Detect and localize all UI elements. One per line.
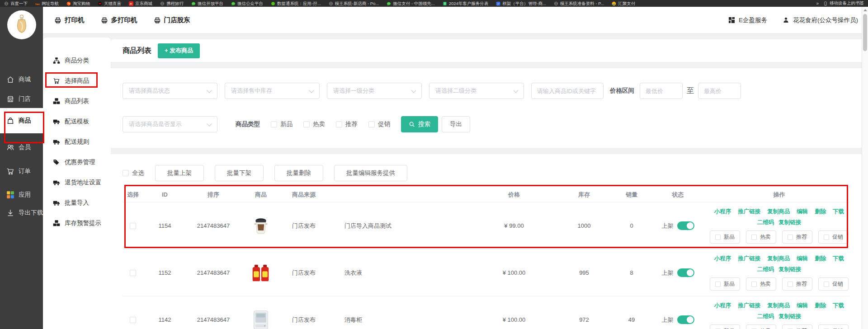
visibility-select[interactable]: 请选择商品是否显示 <box>123 116 217 132</box>
row-select-checkbox[interactable] <box>130 317 136 323</box>
export-button[interactable]: 导出 <box>442 116 470 132</box>
submenu-item[interactable]: 商品列表 <box>43 91 111 111</box>
service-menu[interactable]: E企盈服务 <box>728 16 767 24</box>
copy-url-link[interactable]: 复制链接 <box>778 313 801 320</box>
batch-action-button[interactable]: 批量删除 <box>274 165 323 181</box>
product-status-select[interactable]: 请选择商品状态 <box>123 83 217 99</box>
top-nav-item[interactable]: 打印机 <box>54 16 85 24</box>
download-link[interactable]: 下载 <box>833 208 844 216</box>
bookmark-item[interactable]: 模王系统-新店商 - Po... <box>329 0 379 7</box>
product-type-checkbox[interactable]: 新品 <box>271 120 292 128</box>
shop-logo-avatar[interactable] <box>7 10 36 39</box>
sidebar-item[interactable]: 商品 <box>0 108 43 133</box>
row-select-checkbox[interactable] <box>130 270 136 276</box>
bookmark-item[interactable]: 微信公众平台 <box>231 0 263 7</box>
tag-new-chip[interactable]: 新品 <box>710 324 740 329</box>
submenu-item[interactable]: 配送模板 <box>43 111 111 132</box>
sidebar-item[interactable]: 商城 <box>0 70 43 89</box>
product-type-checkbox[interactable]: 热卖 <box>303 120 325 128</box>
download-link[interactable]: 下载 <box>833 255 844 263</box>
vertical-scrollbar[interactable] <box>862 7 868 329</box>
bookmark-item[interactable]: 微信支付 - 中国领先... <box>387 0 434 7</box>
tag-hot-chip[interactable]: 热卖 <box>746 277 776 291</box>
user-menu[interactable]: 花花食府(公众号操作员) <box>783 16 858 24</box>
bookmark-item[interactable]: 淘宝购物 <box>66 0 90 7</box>
tag-promo-chip[interactable]: 促销 <box>818 277 849 291</box>
bookmark-item[interactable]: 数据通系统：应用-孖... <box>271 0 321 7</box>
bookmark-item[interactable]: 微信开放平台 <box>191 0 223 7</box>
bookmark-item[interactable]: 天猫直营 <box>98 0 121 7</box>
status-toggle[interactable] <box>677 268 694 277</box>
tag-new-chip[interactable]: 新品 <box>710 230 740 244</box>
scrollbar-thumb[interactable] <box>863 14 867 51</box>
tag-hot-chip[interactable]: 热卖 <box>746 324 776 329</box>
sidebar-item[interactable]: 会员 <box>0 138 43 156</box>
category2-select[interactable]: 请选择二级分类 <box>429 83 524 99</box>
category1-select[interactable]: 请选择一级分类 <box>327 83 422 99</box>
tag-promo-chip[interactable]: 促销 <box>818 324 849 329</box>
copy-product-link[interactable]: 复制商品 <box>767 255 790 263</box>
tag-recommend-chip[interactable]: 推荐 <box>782 230 812 244</box>
qrcode-link[interactable]: 二维码 <box>757 266 774 273</box>
stock-select[interactable]: 请选择售中库存 <box>225 83 320 99</box>
top-nav-item[interactable]: 多打印机 <box>101 16 137 24</box>
bookmark-item[interactable]: 2024年客户服务分表 <box>443 0 489 7</box>
sidebar-item[interactable]: 导出下载 <box>0 204 43 222</box>
sidebar-item[interactable]: 门店 <box>0 90 43 108</box>
product-type-checkbox[interactable]: 推荐 <box>336 120 358 128</box>
download-link[interactable]: 下载 <box>833 302 844 310</box>
status-toggle[interactable] <box>677 221 694 230</box>
status-toggle[interactable] <box>677 315 694 324</box>
promo-link[interactable]: 推广链接 <box>738 208 760 216</box>
sidebar-item[interactable]: 应用 <box>0 186 43 204</box>
scroll-up-arrow-icon[interactable] <box>863 9 867 11</box>
batch-action-button[interactable]: 批量编辑服务提供 <box>334 165 407 181</box>
publish-product-button[interactable]: + 发布商品 <box>158 43 200 58</box>
copy-product-link[interactable]: 复制商品 <box>767 208 790 216</box>
submenu-item[interactable]: 选择商品 <box>43 70 111 91</box>
qrcode-link[interactable]: 二维码 <box>757 219 774 226</box>
tag-recommend-chip[interactable]: 推荐 <box>782 324 812 329</box>
promo-link[interactable]: 推广链接 <box>738 255 760 263</box>
top-nav-item[interactable]: 门店股东 <box>154 16 190 24</box>
tag-recommend-chip[interactable]: 推荐 <box>782 277 812 291</box>
copy-url-link[interactable]: 复制链接 <box>778 219 801 226</box>
select-all-checkbox[interactable]: 全选 <box>123 169 144 177</box>
edit-link[interactable]: 编辑 <box>797 302 808 310</box>
qrcode-link[interactable]: 二维码 <box>757 313 774 320</box>
bookmark-item[interactable]: 携程旅行 <box>160 0 184 7</box>
bookmark-item[interactable]: 模王系统准备资料 - P... <box>554 0 604 7</box>
min-price-input[interactable] <box>640 83 683 99</box>
submenu-item[interactable]: 商品分类 <box>43 50 111 70</box>
promo-link[interactable]: 推广链接 <box>738 302 760 310</box>
tag-promo-chip[interactable]: 促销 <box>818 230 849 244</box>
product-type-checkbox[interactable]: 促销 <box>368 120 390 128</box>
submenu-item[interactable]: 批量导入 <box>43 193 111 213</box>
edit-link[interactable]: 编辑 <box>797 255 808 263</box>
edit-link[interactable]: 编辑 <box>797 208 808 216</box>
bookmark-item[interactable]: 百度一下 <box>4 0 28 7</box>
bookmark-item[interactable]: JD 京东商城 <box>129 0 152 7</box>
mini-program-link[interactable]: 小程序 <box>714 255 731 263</box>
bookmark-item[interactable]: 框架（平台）管理-商... <box>496 0 546 7</box>
batch-action-button[interactable]: 批量下架 <box>215 165 264 181</box>
mobile-bookmarks-folder[interactable]: 移动设备上的书签 <box>823 0 864 6</box>
row-select-checkbox[interactable] <box>130 223 136 229</box>
copy-url-link[interactable]: 复制链接 <box>778 266 801 273</box>
bookmarks-overflow-chevron[interactable]: » <box>816 1 819 6</box>
delete-link[interactable]: 删除 <box>815 302 826 310</box>
tag-hot-chip[interactable]: 热卖 <box>746 230 776 244</box>
bookmark-item[interactable]: 汇聚支付 <box>612 0 635 7</box>
search-button[interactable]: 搜索 <box>401 116 438 132</box>
delete-link[interactable]: 删除 <box>815 208 826 216</box>
mini-program-link[interactable]: 小程序 <box>714 302 731 310</box>
max-price-input[interactable] <box>698 83 741 99</box>
copy-product-link[interactable]: 复制商品 <box>767 302 790 310</box>
mini-program-link[interactable]: 小程序 <box>714 208 731 216</box>
batch-action-button[interactable]: 批量上架 <box>155 165 204 181</box>
delete-link[interactable]: 删除 <box>815 255 826 263</box>
sidebar-item[interactable]: 订单 <box>0 162 43 180</box>
submenu-item[interactable]: 配送规则 <box>43 132 111 152</box>
tag-new-chip[interactable]: 新品 <box>710 277 740 291</box>
submenu-item[interactable]: 退货地址设置 <box>43 172 111 193</box>
